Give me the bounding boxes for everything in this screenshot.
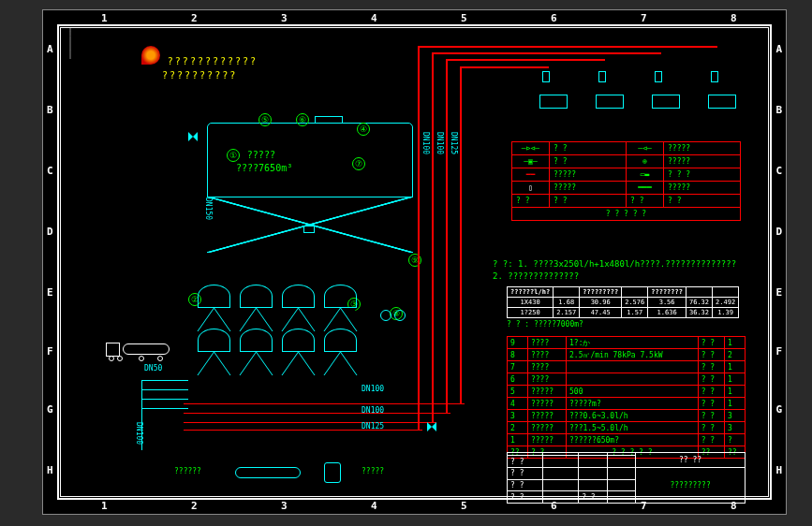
company-logo: ???????????? ?????????? [141, 46, 258, 81]
row-label: B [775, 104, 782, 116]
marker-7: ⑦ [352, 157, 365, 170]
top-nozzle [542, 71, 550, 82]
col-label: 2 [191, 12, 198, 24]
data-caption: ? ? : ?????7000m? [507, 320, 739, 329]
hopper [198, 329, 230, 385]
row-label: C [775, 165, 782, 177]
drawing-title: ????????? [636, 467, 746, 503]
outlet-valve [303, 226, 315, 233]
parts-list: 9????1?:か? ?1 8????2.5㎥/min 78kPa 7.5kW?… [507, 336, 746, 459]
truck-cab [106, 343, 120, 357]
top-hopper [539, 95, 568, 127]
row-label: B [47, 104, 53, 116]
pipe-size-label: DN125 [450, 132, 458, 154]
marker-7-pos: ⑦ [352, 155, 365, 170]
pipe-size-label: DN125 [362, 422, 384, 431]
pipe-cyan [141, 380, 188, 381]
silo-body: ① ????? ????7650m³ [207, 123, 413, 197]
horizontal-vessel [235, 467, 301, 478]
pipe-cyan [141, 399, 188, 400]
pipe-vertical [460, 66, 462, 403]
main-silo: ① ????? ????7650m³ [207, 123, 413, 263]
legend-table: —⊳⊲—? ?—⊲—????? —▣—? ?⊕????? ━━?????▭▬? … [511, 141, 741, 221]
row-label: A [47, 43, 53, 55]
pipe-size-label: DN100 [362, 406, 384, 415]
note-2: 2. ?????????????? [493, 270, 736, 283]
top-nozzle [711, 71, 718, 82]
row-label: F [775, 345, 782, 358]
tanker-truck [106, 338, 171, 361]
marker-5: ⑤ [258, 113, 272, 126]
truck-tank [123, 343, 170, 355]
marker-4: ④ [357, 123, 370, 136]
top-nozzle [598, 71, 606, 82]
col-label: 5 [461, 500, 467, 512]
note-1: ? ?: 1. ????3x250l/h+1x480l/h????.??????… [493, 258, 736, 270]
pipe-horizontal [446, 59, 605, 61]
marker-1: ① [227, 149, 240, 162]
title-block: ?? ?? ? ? ? ?????????? ? ? ? ?? ? [507, 452, 746, 504]
flame-icon [141, 46, 160, 65]
marker-6-pos: ⑥ [296, 111, 309, 126]
bottom-equipment: ?????? ????? [230, 467, 418, 495]
row-label: E [47, 286, 53, 299]
row-label: D [775, 226, 782, 238]
pipe-horizontal [460, 66, 549, 68]
col-label: 5 [461, 12, 467, 24]
wheel-icon [157, 356, 163, 361]
logo-text-2: ?????????? [162, 70, 237, 80]
pipe-size-label: DN100 [135, 422, 143, 445]
hopper [240, 329, 273, 385]
pipe-cyan [141, 389, 188, 390]
valve-icon [188, 132, 198, 141]
row-label: G [47, 403, 53, 416]
valve-icon [427, 422, 436, 431]
col-label: 4 [371, 12, 377, 24]
col-label: 1 [101, 12, 108, 24]
marker-4-pos: ④ [357, 121, 370, 136]
col-label: 2 [191, 500, 198, 512]
cad-drawing-frame: ═══════ 1 2 3 4 5 6 7 8 1 2 3 4 5 6 7 8 … [42, 9, 787, 515]
pipe-size-label: DN50 [144, 364, 162, 373]
row-label: H [775, 464, 782, 476]
marker-5-pos: ⑤ [258, 111, 272, 126]
pipe-vertical [432, 52, 434, 422]
pipe-size-label: DN100 [421, 132, 430, 154]
symbol-legend: —⊳⊲—? ?—⊲—????? —▣—? ?⊕????? ━━?????▭▬? … [511, 141, 741, 221]
row-label: G [775, 403, 782, 416]
pipe-horizontal [184, 413, 450, 414]
pipe-horizontal [418, 46, 717, 48]
pipe-vertical [446, 59, 448, 413]
pipe-horizontal [184, 403, 465, 404]
col-label: 6 [551, 12, 557, 24]
equip-label-2: ????? [362, 467, 384, 475]
pipe-horizontal [184, 422, 436, 423]
pipe-size-label: DN100 [362, 385, 384, 393]
marker-6: ⑥ [296, 113, 309, 126]
row-label: D [47, 226, 53, 238]
row-label: F [47, 345, 53, 358]
col-label: 1 [101, 500, 108, 512]
logo-text-1: ???????????? [168, 56, 258, 66]
hopper [282, 329, 315, 385]
hopper [324, 329, 357, 385]
row-label: H [47, 464, 53, 476]
pump-icon [380, 310, 391, 321]
row-label: A [775, 43, 782, 55]
row-label: C [47, 165, 53, 177]
pump-icon [394, 310, 406, 321]
col-label: 8 [731, 12, 737, 24]
row-label: E [775, 286, 782, 299]
pipe-horizontal [432, 52, 661, 54]
col-label: 3 [281, 12, 288, 24]
top-hopper [652, 95, 680, 127]
drawing-notes: ? ?: 1. ????3x250l/h+1x480l/h????.??????… [493, 258, 736, 283]
top-hopper [596, 95, 624, 127]
pipe-size-label: DN150 [204, 197, 213, 220]
silo-label: ????? [247, 150, 275, 160]
silo-cone [207, 197, 413, 253]
small-vessel [324, 462, 341, 483]
legend-footer: ? ? ? ? ? [512, 208, 741, 221]
col-label: 7 [641, 12, 647, 24]
wheel-icon [109, 356, 114, 361]
